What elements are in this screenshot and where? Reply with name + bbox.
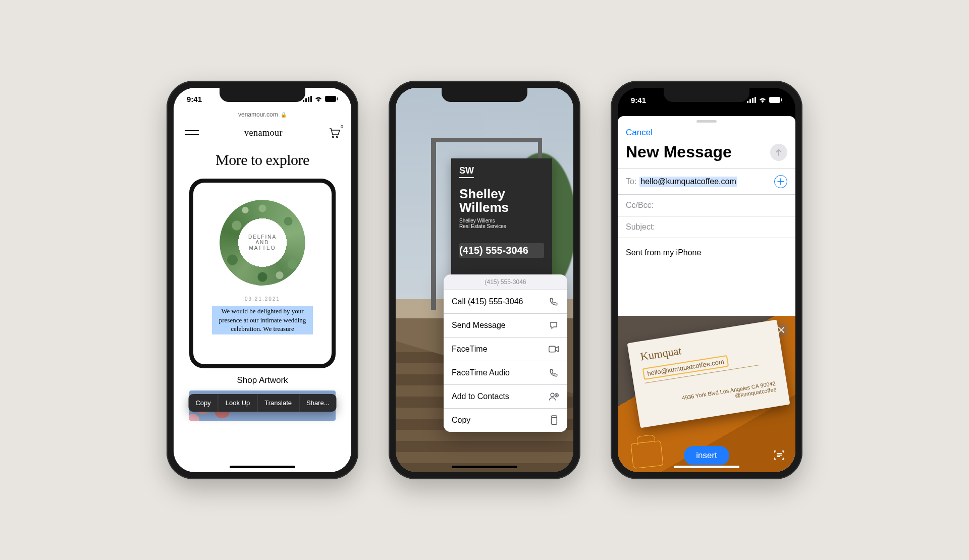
menu-call[interactable]: Call (415) 555-3046 (444, 290, 567, 314)
svg-rect-5 (337, 97, 338, 100)
close-icon (778, 327, 784, 333)
to-field[interactable]: To: hello@kumquatcoffee.com (618, 169, 795, 194)
invite-names: DELFINA AND MATTEO (193, 234, 332, 251)
to-label: To: (626, 177, 636, 186)
svg-rect-8 (549, 346, 556, 352)
compose-title: New Message (626, 143, 732, 161)
phone-mail-compose: 9:41 Cancel New Message To: hello@kumqua… (611, 81, 802, 479)
battery-icon (325, 96, 338, 102)
insert-button[interactable]: insert (684, 446, 729, 465)
compose-sheet: Cancel New Message To: hello@kumquatcoff… (618, 116, 795, 472)
lock-icon: 🔒 (281, 112, 287, 118)
cart-badge: 0 (341, 124, 343, 129)
live-text-camera-preview[interactable]: Kumquat hello@kumquatcoffee.com 4936 Yor… (618, 316, 795, 472)
subject-field[interactable]: Subject: (618, 216, 795, 238)
selected-text[interactable]: We would be delighted by your presence a… (212, 306, 313, 334)
svg-rect-4 (325, 96, 336, 102)
svg-point-9 (551, 393, 554, 397)
sign-subtitle: Shelley WillemsReal Estate Services (459, 218, 544, 229)
selection-share[interactable]: Share... (299, 394, 337, 412)
home-indicator[interactable] (230, 466, 295, 468)
cart-button[interactable]: 0 (328, 127, 340, 138)
svg-point-7 (336, 136, 338, 138)
svg-rect-2 (308, 97, 309, 102)
menu-facetime[interactable]: FaceTime (444, 338, 567, 361)
sign-phone-number[interactable]: (415) 555-3046 (459, 243, 544, 258)
site-brand[interactable]: venamour (244, 128, 283, 138)
selection-translate[interactable]: Translate (257, 394, 299, 412)
svg-rect-13 (749, 99, 751, 103)
menu-facetime-audio[interactable]: FaceTime Audio (444, 361, 567, 385)
svg-rect-14 (752, 98, 753, 103)
phone-icon (548, 367, 559, 378)
send-button[interactable] (770, 144, 787, 161)
invite-date: 09.21.2021 (193, 296, 332, 302)
sheet-grabber[interactable] (696, 120, 717, 123)
phone-number-context-menu: (415) 555-3046 Call (415) 555-3046 Send … (444, 274, 567, 432)
video-icon (548, 344, 559, 355)
real-estate-sign: SW ShelleyWillems Shelley WillemsReal Es… (451, 158, 552, 274)
status-time: 9:41 (631, 96, 646, 104)
copy-icon (548, 415, 559, 426)
wifi-icon (759, 97, 767, 103)
status-time: 9:41 (187, 95, 202, 103)
url-text: venamour.com (238, 111, 278, 118)
to-value[interactable]: hello@kumquatcoffee.com (639, 177, 737, 187)
safari-url-bar[interactable]: venamour.com 🔒 (174, 110, 351, 121)
sign-logo: SW (459, 165, 474, 178)
svg-rect-12 (747, 101, 748, 103)
svg-point-6 (332, 136, 334, 138)
phone-safari: 9:41 venamour.com 🔒 venamour (167, 81, 358, 479)
svg-rect-11 (552, 418, 557, 425)
home-indicator[interactable] (452, 466, 517, 468)
site-header: venamour 0 (174, 121, 351, 147)
add-contact-icon (548, 391, 559, 402)
product-card[interactable]: DELFINA AND MATTEO 09.21.2021 We would b… (189, 179, 336, 368)
home-indicator[interactable] (674, 466, 739, 468)
business-card: Kumquat hello@kumquatcoffee.com 4936 Yor… (627, 320, 790, 428)
context-menu-header: (415) 555-3046 (444, 274, 567, 290)
phone-icon (548, 296, 559, 307)
sign-agent-name: ShelleyWillems (459, 187, 544, 215)
text-selection-menu: Copy Look Up Translate Share... (188, 394, 336, 412)
menu-add-contact[interactable]: Add to Contacts (444, 385, 567, 409)
arrow-up-icon (774, 148, 783, 157)
menu-copy[interactable]: Copy (444, 409, 567, 432)
hamburger-menu-icon[interactable] (185, 130, 199, 135)
svg-rect-17 (781, 98, 782, 101)
svg-rect-3 (310, 96, 312, 102)
svg-rect-16 (769, 97, 780, 103)
selection-lookup[interactable]: Look Up (219, 394, 257, 412)
message-icon (548, 320, 559, 331)
device-notch (664, 88, 749, 102)
device-notch (442, 88, 527, 102)
cancel-button[interactable]: Cancel (626, 128, 653, 137)
plus-icon (777, 178, 784, 185)
signature-text: Sent from my iPhone (626, 248, 701, 257)
selection-copy[interactable]: Copy (188, 394, 218, 412)
svg-rect-0 (303, 100, 304, 102)
battery-icon (769, 97, 782, 103)
message-body[interactable]: Sent from my iPhone (618, 238, 795, 267)
signal-icon (747, 97, 756, 103)
svg-rect-1 (305, 98, 307, 102)
menu-send-message[interactable]: Send Message (444, 314, 567, 338)
wifi-icon (314, 96, 322, 102)
ccbcc-field[interactable]: Cc/Bcc: (618, 194, 795, 216)
phone-camera-livetext: SW ShelleyWillems Shelley WillemsReal Es… (389, 81, 580, 479)
add-recipient-button[interactable] (774, 175, 787, 188)
live-text-icon[interactable] (773, 449, 785, 463)
hero-title: More to explore (174, 151, 351, 169)
svg-rect-15 (755, 97, 756, 103)
subject-label: Subject: (626, 222, 655, 232)
shop-artwork-link[interactable]: Shop Artwork (174, 375, 351, 385)
ccbcc-label: Cc/Bcc: (626, 201, 654, 210)
device-notch (220, 88, 305, 102)
